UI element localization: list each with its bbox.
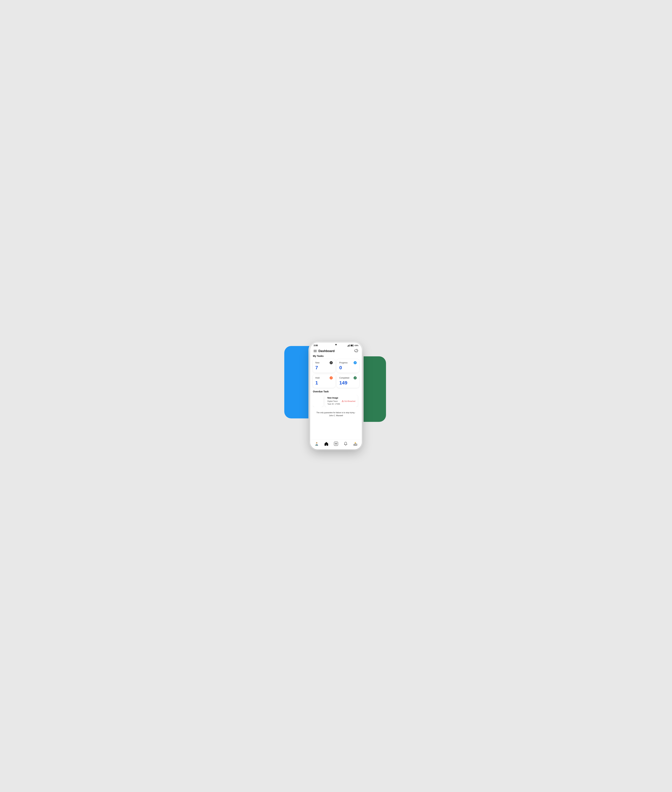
task-card-completed-icon — [354, 376, 357, 379]
task-card-progress-icon — [354, 361, 357, 364]
status-time: 3:08 — [314, 344, 318, 347]
svg-point-9 — [316, 442, 317, 443]
overdue-team: Digital Team — [327, 400, 338, 402]
task-card-progress-value: 0 — [339, 365, 357, 371]
main-content: My Tasks New 7 Progress — [310, 354, 362, 440]
sla-text: SLA Breached — [344, 400, 355, 402]
nav-item-leaderboard[interactable] — [353, 442, 358, 446]
task-card-hold[interactable]: Hold 1 — [313, 374, 335, 388]
add-icon — [334, 442, 338, 446]
svg-rect-2 — [349, 345, 349, 347]
bottom-nav — [310, 440, 362, 450]
task-card-new-value: 7 — [315, 365, 333, 371]
task-card-new-icon — [330, 361, 333, 364]
signal-icon — [347, 344, 350, 347]
overdue-task-id: Task ID: 17586 — [327, 403, 355, 405]
page-title: Dashboard — [318, 349, 334, 353]
svg-rect-1 — [348, 345, 349, 347]
warning-icon — [342, 400, 344, 402]
overdue-card[interactable]: New Image Digital Team SLA Breached — [325, 395, 358, 407]
announce-icon — [354, 349, 358, 352]
overdue-title: Overdue Task — [313, 390, 359, 393]
nav-item-home[interactable] — [324, 442, 329, 446]
home-icon — [324, 442, 329, 446]
battery-percent: 69% — [355, 345, 358, 347]
svg-rect-16 — [356, 444, 357, 445]
battery-icon — [350, 344, 354, 347]
quote-text: The only guarantee for failure is to sto… — [313, 410, 359, 419]
svg-rect-10 — [316, 445, 317, 445]
svg-rect-14 — [355, 443, 356, 445]
my-tasks-title: My Tasks — [313, 355, 359, 357]
status-icons: 69% — [347, 344, 358, 347]
notch — [327, 342, 345, 346]
header: Dashboard — [310, 347, 362, 354]
menu-button[interactable] — [314, 350, 317, 352]
svg-rect-3 — [349, 344, 350, 347]
overdue-card-row: Digital Team SLA Breached — [327, 400, 355, 402]
overdue-partial-card — [313, 395, 323, 407]
task-card-hold-value: 1 — [315, 380, 333, 386]
bell-icon — [343, 442, 348, 446]
person-icon — [314, 442, 319, 446]
svg-rect-5 — [354, 345, 354, 346]
task-card-hold-icon — [330, 376, 333, 379]
task-card-new[interactable]: New 7 — [313, 359, 335, 373]
announce-button[interactable] — [354, 349, 358, 353]
tasks-grid: New 7 Progress 0 — [313, 359, 359, 388]
svg-rect-6 — [350, 345, 353, 346]
task-card-new-label: New — [315, 362, 320, 364]
task-card-hold-label: Hold — [315, 377, 320, 379]
task-card-completed-label: Completed — [339, 377, 349, 379]
phone-frame: 3:08 69% — [310, 342, 362, 450]
nav-item-profile[interactable] — [314, 442, 319, 446]
overdue-card-title: New Image — [327, 397, 355, 399]
overdue-section: Overdue Task New Image Digital Team — [313, 390, 359, 407]
task-card-completed[interactable]: Completed 149 — [337, 374, 359, 388]
sla-badge: SLA Breached — [342, 400, 355, 402]
scene: 3:08 69% — [284, 336, 388, 456]
task-card-completed-value: 149 — [339, 380, 357, 386]
task-card-hold-header: Hold — [315, 376, 333, 379]
task-card-progress-header: Progress — [339, 361, 357, 364]
overdue-scroll: New Image Digital Team SLA Breached — [313, 395, 359, 407]
task-card-new-header: New — [315, 361, 333, 364]
task-card-progress[interactable]: Progress 0 — [337, 359, 359, 373]
svg-rect-0 — [347, 346, 348, 347]
svg-rect-15 — [354, 444, 355, 445]
nav-item-notifications[interactable] — [343, 442, 348, 446]
header-left: Dashboard — [314, 349, 334, 353]
leaderboard-icon — [353, 442, 358, 446]
task-card-completed-header: Completed — [339, 376, 357, 379]
task-card-progress-label: Progress — [339, 362, 347, 364]
nav-item-add[interactable] — [334, 442, 338, 446]
camera — [335, 344, 337, 345]
